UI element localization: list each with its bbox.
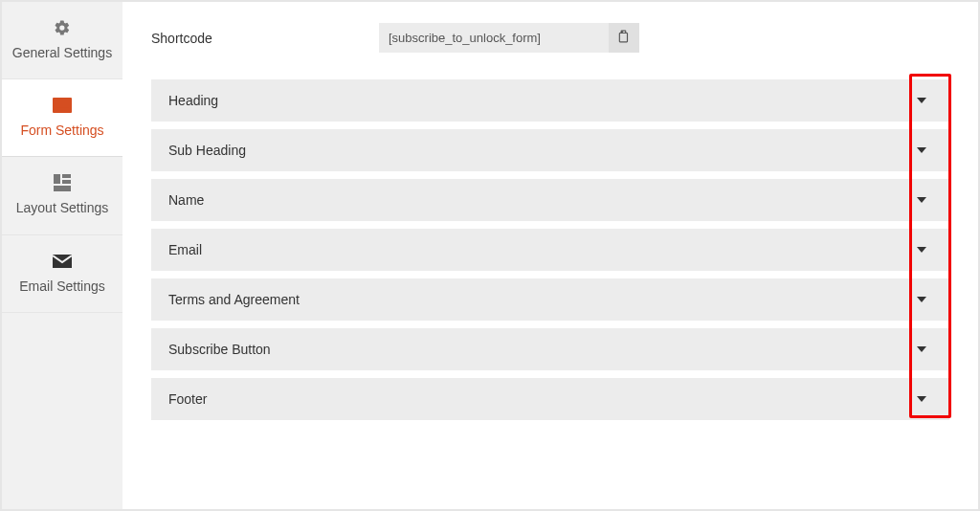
shortcode-row: Shortcode: [151, 23, 949, 53]
sidebar-tab-label: Layout Settings: [10, 199, 115, 216]
sidebar-tab-label: Email Settings: [10, 278, 115, 295]
chevron-down-icon: [917, 98, 926, 103]
email-icon: [10, 251, 115, 272]
chevron-down-icon: [917, 147, 926, 153]
accordion-title: Footer: [168, 391, 207, 407]
accordion-title: Name: [168, 192, 204, 208]
chevron-down-icon: [917, 346, 926, 352]
main-panel: Shortcode Heading Sub Heading Nam: [122, 2, 978, 509]
sidebar-tab-label: General Settings: [10, 44, 115, 61]
layout-icon: [10, 172, 115, 193]
clipboard-icon: [617, 29, 631, 47]
accordion-item-heading[interactable]: Heading: [151, 79, 949, 122]
accordion-title: Heading: [168, 93, 218, 108]
svg-rect-6: [62, 180, 71, 184]
svg-rect-1: [56, 100, 61, 104]
sidebar-tab-layout[interactable]: Layout Settings: [2, 157, 122, 234]
svg-rect-5: [62, 174, 71, 178]
form-icon: [10, 95, 115, 116]
svg-rect-4: [54, 174, 60, 184]
sidebar-tab-general[interactable]: General Settings: [2, 2, 122, 79]
accordion-list: Heading Sub Heading Name Email Terms and…: [151, 79, 949, 420]
settings-sidebar: General Settings Form Settings Layout Se…: [2, 2, 122, 509]
accordion-item-email[interactable]: Email: [151, 229, 949, 271]
accordion-title: Email: [168, 242, 202, 257]
accordion-item-footer[interactable]: Footer: [151, 378, 949, 420]
gear-icon: [10, 17, 115, 38]
accordion-title: Sub Heading: [168, 143, 246, 158]
accordion-title: Terms and Agreement: [168, 292, 300, 307]
shortcode-input[interactable]: [379, 23, 609, 53]
accordion-item-sub-heading[interactable]: Sub Heading: [151, 129, 949, 171]
copy-shortcode-button[interactable]: [609, 23, 639, 53]
chevron-down-icon: [917, 197, 926, 203]
chevron-down-icon: [917, 396, 926, 402]
accordion-item-subscribe-button[interactable]: Subscribe Button: [151, 328, 949, 370]
settings-viewport: General Settings Form Settings Layout Se…: [0, 0, 980, 511]
shortcode-field: [379, 23, 639, 53]
chevron-down-icon: [917, 297, 926, 302]
svg-rect-2: [56, 106, 69, 108]
sidebar-tab-form[interactable]: Form Settings: [2, 79, 122, 157]
svg-rect-3: [56, 109, 65, 111]
svg-rect-7: [54, 186, 71, 191]
chevron-down-icon: [917, 247, 926, 253]
accordion-item-terms[interactable]: Terms and Agreement: [151, 278, 949, 321]
shortcode-label: Shortcode: [151, 31, 379, 46]
sidebar-tab-email[interactable]: Email Settings: [2, 235, 122, 313]
sidebar-tab-label: Form Settings: [10, 122, 115, 139]
accordion-title: Subscribe Button: [168, 342, 271, 357]
accordion-item-name[interactable]: Name: [151, 179, 949, 221]
